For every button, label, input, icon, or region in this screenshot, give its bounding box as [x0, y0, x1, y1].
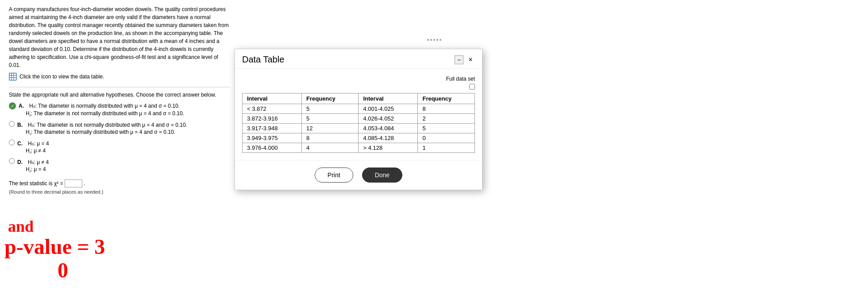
table-cell: 4.001-4.025 [359, 104, 418, 114]
table-cell: 4.085-4.128 [359, 133, 418, 143]
option-c-h0: H₀: μ = 4 [28, 140, 49, 147]
modal-close-button[interactable]: × [466, 55, 475, 64]
modal-minimize-button[interactable]: − [455, 55, 463, 64]
round-note: (Round to three decimal places as needed… [9, 189, 230, 195]
option-a-row: ✓ A. H₀: The diameter is normally distri… [9, 102, 230, 117]
test-stat-input[interactable] [65, 179, 82, 187]
table-row: 3.917-3.948124.053-4.0845 [243, 124, 475, 133]
option-d-row: D. H₀: μ ≠ 4 H⁁: μ = 4 [9, 157, 230, 172]
option-b-radio[interactable] [9, 121, 15, 127]
handwriting-line3: 0 [58, 259, 105, 282]
data-table: Interval Frequency Interval Frequency < … [242, 93, 475, 153]
table-cell: 1 [418, 143, 475, 153]
col-header-frequency1: Frequency [301, 94, 359, 104]
option-c-line1[interactable]: C. H₀: μ = 4 [9, 139, 230, 147]
table-icon[interactable] [9, 73, 17, 81]
option-d-ha: H⁁: μ = 4 [9, 166, 230, 172]
option-a-h0: H₀: The diameter is normally distributed… [29, 103, 180, 109]
full-dataset-label: Full data set [242, 76, 475, 82]
option-c-row: C. H₀: μ = 4 H⁁: μ ≠ 4 [9, 139, 230, 154]
col-header-frequency2: Frequency [418, 94, 475, 104]
table-cell: 5 [418, 124, 475, 133]
divider [9, 87, 230, 87]
handwriting: and p-value = 3 0 [4, 218, 105, 282]
data-table-modal: Data Table − × Full data set Interval Fr… [235, 49, 482, 190]
check-icon-a: ✓ [9, 102, 16, 109]
table-cell: > 4.128 [359, 143, 418, 153]
table-cell: 3.976-4.000 [243, 143, 302, 153]
modal-title: Data Table [242, 55, 284, 65]
icon-row: Click the icon to view the data table. [9, 73, 230, 81]
test-stat-row: The test statistic is χ² = . [9, 179, 230, 187]
option-d-radio[interactable] [9, 158, 15, 164]
table-cell: 5 [301, 114, 359, 124]
handwriting-line1: and [8, 218, 105, 236]
icon-label: Click the icon to view the data table. [19, 74, 104, 80]
modal-controls: − × [455, 55, 475, 64]
table-cell: 4.026-4.052 [359, 114, 418, 124]
option-c-ha: H⁁: μ ≠ 4 [9, 148, 230, 154]
option-a-ha: H⁁: The diameter is not normally distrib… [9, 110, 230, 117]
table-row: 3.872-3.91654.026-4.0522 [243, 114, 475, 124]
option-d-h0: H₀: μ ≠ 4 [28, 159, 49, 165]
table-cell: < 3.872 [243, 104, 302, 114]
table-cell: 8 [301, 133, 359, 143]
problem-text: A company manufactures four-inch-diamete… [9, 5, 230, 69]
modal-body: Full data set Interval Frequency Interva… [235, 69, 482, 160]
option-b-letter: B. [17, 122, 25, 128]
main-content: A company manufactures four-inch-diamete… [0, 0, 239, 209]
dot3 [433, 39, 435, 41]
table-cell: 5 [301, 104, 359, 114]
table-cell: 12 [301, 124, 359, 133]
modal-footer: Print Done [235, 160, 482, 190]
option-b-line1[interactable]: B. H₀: The diameter is not normally dist… [9, 120, 230, 128]
option-b-row: B. H₀: The diameter is not normally dist… [9, 120, 230, 135]
table-cell: 8 [418, 104, 475, 114]
option-d-letter: D. [17, 159, 25, 165]
dot2 [430, 39, 432, 41]
test-stat-period: . [84, 180, 85, 187]
table-row: < 3.87254.001-4.0258 [243, 104, 475, 114]
option-a-letter: A. [19, 103, 27, 109]
scroll-indicator [427, 39, 441, 41]
option-c-letter: C. [17, 140, 25, 147]
table-cell: 2 [418, 114, 475, 124]
option-c-radio[interactable] [9, 140, 15, 145]
dot5 [440, 39, 441, 41]
col-header-interval2: Interval [359, 94, 418, 104]
option-d-line1[interactable]: D. H₀: μ ≠ 4 [9, 157, 230, 165]
full-dataset-checkbox-row [242, 84, 475, 90]
table-cell: 3.872-3.916 [243, 114, 302, 124]
handwriting-line2: p-value = 3 [4, 235, 105, 259]
svg-rect-0 [9, 73, 16, 80]
print-button[interactable]: Print [315, 168, 353, 183]
option-a-line1[interactable]: ✓ A. H₀: The diameter is normally distri… [9, 102, 230, 109]
table-cell: 0 [418, 133, 475, 143]
question-label: State the appropriate null and alternati… [9, 92, 230, 98]
done-button[interactable]: Done [362, 168, 402, 183]
table-cell: 4 [301, 143, 359, 153]
full-dataset-checkbox[interactable] [469, 84, 475, 90]
table-cell: 3.917-3.948 [243, 124, 302, 133]
table-row: 3.949-3.97584.085-4.1280 [243, 133, 475, 143]
col-header-interval1: Interval [243, 94, 302, 104]
options-list: ✓ A. H₀: The diameter is normally distri… [9, 102, 230, 172]
table-row: 3.976-4.0004> 4.1281 [243, 143, 475, 153]
table-header-row: Interval Frequency Interval Frequency [243, 94, 475, 104]
dot1 [427, 39, 429, 41]
modal-header: Data Table − × [235, 49, 482, 69]
table-cell: 4.053-4.084 [359, 124, 418, 133]
dot4 [436, 39, 438, 41]
test-stat-label: The test statistic is χ² = [9, 180, 63, 187]
option-b-ha: H⁁: The diameter is normally distributed… [9, 129, 230, 135]
table-body: < 3.87254.001-4.02583.872-3.91654.026-4.… [243, 104, 475, 153]
option-b-h0: H₀: The diameter is not normally distrib… [28, 122, 187, 128]
table-cell: 3.949-3.975 [243, 133, 302, 143]
